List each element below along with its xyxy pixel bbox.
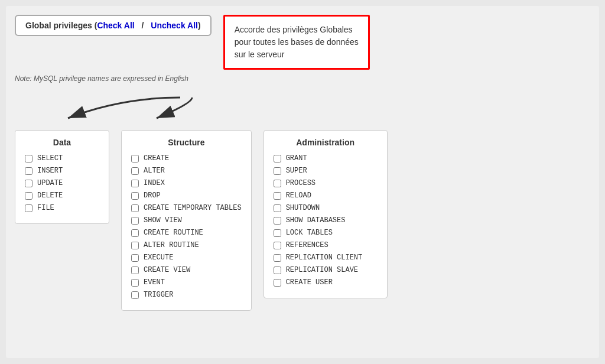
item-label: INDEX [144,179,165,187]
data-box-title: Data [25,138,99,147]
item-label: SHUTDOWN [286,204,320,212]
list-item: PROCESS [274,179,378,187]
header-row: Global privileges (Check All / Uncheck A… [15,15,590,70]
update-checkbox[interactable] [25,180,32,187]
separator: / [139,21,147,30]
list-item: UPDATE [25,179,99,187]
alter-routine-checkbox[interactable] [131,242,139,249]
select-checkbox[interactable] [25,155,32,162]
list-item: EXECUTE [131,254,242,262]
list-item: REPLICATION CLIENT [274,254,378,262]
references-checkbox[interactable] [274,242,281,249]
item-label: SHOW DATABASES [286,216,346,225]
delete-checkbox[interactable] [25,192,32,200]
list-item: CREATE ROUTINE [131,229,242,237]
structure-box-title: Structure [131,138,242,147]
item-label: GRANT [286,154,307,162]
item-label: EVENT [144,278,165,287]
tooltip-box: Accorde des privilèges Globales pour tou… [223,15,370,70]
list-item: INSERT [25,167,99,175]
list-item: SUPER [274,167,378,175]
list-item: REFERENCES [274,241,378,249]
index-checkbox[interactable] [131,180,139,187]
list-item: RELOAD [274,191,378,200]
create-temporary-tables-checkbox[interactable] [131,204,139,212]
list-item: INDEX [131,179,242,187]
item-label: DELETE [37,191,63,200]
list-item: ALTER [131,167,242,175]
item-label: CREATE USER [286,278,333,287]
admin-box-title: Administration [274,138,378,147]
item-label: DROP [144,191,161,200]
lock-tables-checkbox[interactable] [274,229,281,237]
item-label: CREATE ROUTINE [144,229,203,237]
close-paren: ) [198,21,201,30]
item-label: REFERENCES [286,241,328,249]
reload-checkbox[interactable] [274,192,281,200]
list-item: SELECT [25,154,99,162]
columns-row: Data SELECT INSERT UPDATE DELETE [15,130,590,311]
note-text: Note: MySQL privilege names are expresse… [15,74,590,83]
structure-items-list: CREATE ALTER INDEX DROP CREATE TEMPORARY… [131,154,242,299]
list-item: REPLICATION SLAVE [274,266,378,274]
list-item: CREATE USER [274,278,378,287]
list-item: CREATE [131,154,242,162]
replication-client-checkbox[interactable] [274,254,281,262]
global-privileges-button[interactable]: Global privileges (Check All / Uncheck A… [15,15,212,36]
replication-slave-checkbox[interactable] [274,266,281,274]
insert-checkbox[interactable] [25,167,32,175]
item-label: ALTER ROUTINE [144,241,199,249]
list-item: FILE [25,204,99,212]
create-view-checkbox[interactable] [131,266,139,274]
list-item: SHOW DATABASES [274,216,378,225]
list-item: DROP [131,191,242,200]
main-container: Global privileges (Check All / Uncheck A… [6,6,599,358]
show-view-checkbox[interactable] [131,217,139,225]
structure-privilege-box: Structure CREATE ALTER INDEX DROP [121,130,252,311]
list-item: LOCK TABLES [274,229,378,237]
list-item: DELETE [25,191,99,200]
create-routine-checkbox[interactable] [131,229,139,237]
list-item: SHUTDOWN [274,204,378,212]
show-databases-checkbox[interactable] [274,217,281,225]
list-item: CREATE VIEW [131,266,242,274]
item-label: FILE [37,204,54,212]
item-label: RELOAD [286,191,311,200]
uncheck-all-link[interactable]: Uncheck All [151,21,198,30]
process-checkbox[interactable] [274,180,281,187]
item-label: TRIGGER [144,291,173,299]
file-checkbox[interactable] [25,204,32,212]
item-label: EXECUTE [144,254,173,262]
grant-checkbox[interactable] [274,155,281,162]
item-label: PROCESS [286,179,315,187]
check-all-link[interactable]: Check All [97,21,134,30]
tooltip-text: Accorde des privilèges Globales pour tou… [235,25,359,59]
list-item: SHOW VIEW [131,216,242,225]
list-item: GRANT [274,154,378,162]
trigger-checkbox[interactable] [131,291,139,299]
shutdown-checkbox[interactable] [274,204,281,212]
global-privileges-label: Global privileges ( [25,21,97,30]
list-item: TRIGGER [131,291,242,299]
arrows-svg [15,92,310,127]
admin-items-list: GRANT SUPER PROCESS RELOAD SHUTDOWN [274,154,378,287]
item-label: REPLICATION SLAVE [286,266,358,274]
item-label: ALTER [144,167,165,175]
item-label: UPDATE [37,179,63,187]
super-checkbox[interactable] [274,167,281,175]
data-items-list: SELECT INSERT UPDATE DELETE FILE [25,154,99,212]
admin-privilege-box: Administration GRANT SUPER PROCESS RELOA… [264,130,388,298]
arrows-area [15,92,590,127]
create-user-checkbox[interactable] [274,279,281,287]
item-label: CREATE TEMPORARY TABLES [144,204,242,212]
item-label: REPLICATION CLIENT [286,254,363,262]
list-item: CREATE TEMPORARY TABLES [131,204,242,212]
item-label: INSERT [37,167,63,175]
alter-checkbox[interactable] [131,167,139,175]
list-item: EVENT [131,278,242,287]
item-label: SHOW VIEW [144,216,182,225]
execute-checkbox[interactable] [131,254,139,262]
event-checkbox[interactable] [131,279,139,287]
create-checkbox[interactable] [131,155,139,162]
drop-checkbox[interactable] [131,192,139,200]
